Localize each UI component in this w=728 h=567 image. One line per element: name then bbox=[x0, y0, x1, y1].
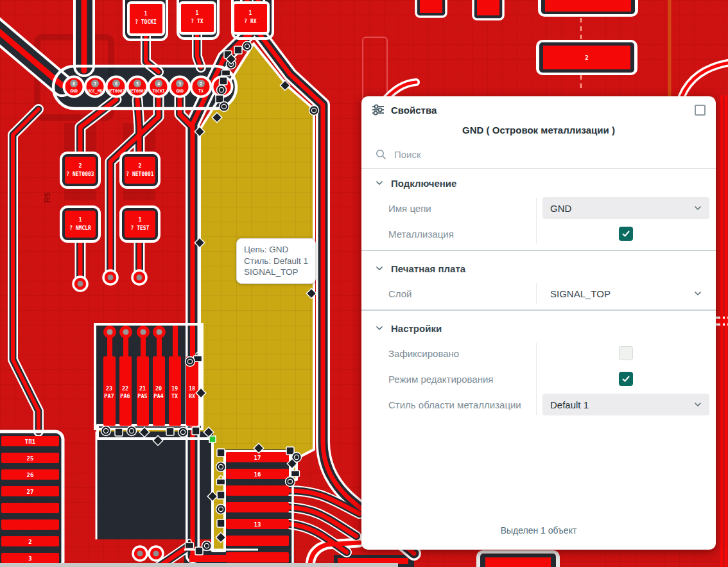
net-name-label: Имя цепи bbox=[361, 203, 536, 214]
svg-text:16: 16 bbox=[254, 471, 261, 478]
panel-header: Свойства bbox=[361, 96, 716, 123]
row-net-name: Имя цепи GND bbox=[361, 195, 716, 221]
svg-text:? NET0003: ? NET0003 bbox=[66, 171, 94, 177]
top-pads[interactable]: 1 ? TOCKI 1 ? TX 1 ? RX bbox=[128, 3, 268, 35]
svg-text:TX: TX bbox=[171, 393, 178, 399]
row-pour-style: Стиль области металлизации Default 1 bbox=[361, 392, 716, 417]
chevron-down-icon bbox=[374, 323, 385, 333]
window-edge-strip bbox=[0, 563, 398, 567]
svg-text:7: 7 bbox=[94, 82, 96, 87]
svg-text:19: 19 bbox=[171, 385, 178, 392]
svg-text:ТП1: ТП1 bbox=[25, 439, 35, 445]
svg-text:25: 25 bbox=[27, 455, 34, 462]
fixed-label: Зафиксировано bbox=[361, 348, 536, 359]
chevron-down-icon bbox=[693, 203, 703, 213]
row-edit-mode: Режим редактирования bbox=[361, 366, 716, 392]
svg-text:6: 6 bbox=[115, 82, 117, 87]
svg-text:5: 5 bbox=[136, 82, 139, 87]
svg-text:2: 2 bbox=[585, 55, 588, 61]
row-fixed: Зафиксировано bbox=[361, 340, 716, 366]
svg-text:8: 8 bbox=[73, 82, 75, 87]
svg-text:GND: GND bbox=[176, 89, 184, 94]
svg-text:22: 22 bbox=[122, 385, 128, 392]
svg-text:PA7: PA7 bbox=[104, 393, 114, 399]
svg-text:27: 27 bbox=[27, 489, 34, 495]
selection-status: Выделен 1 объект bbox=[361, 525, 716, 550]
svg-text:? RX: ? RX bbox=[244, 19, 256, 24]
svg-text:UCC_MK: UCC_MK bbox=[87, 89, 103, 94]
svg-text:? NMCLR: ? NMCLR bbox=[69, 225, 91, 231]
tooltip-layer: SIGNAL_TOP bbox=[244, 266, 308, 278]
metallization-label: Металлизация bbox=[361, 229, 536, 240]
row-layer: Слой SIGNAL_TOP bbox=[361, 281, 716, 306]
svg-text:PA5: PA5 bbox=[137, 393, 147, 399]
svg-text:18: 18 bbox=[189, 385, 195, 392]
svg-text:1: 1 bbox=[144, 11, 148, 17]
divider bbox=[361, 310, 716, 311]
svg-text:3: 3 bbox=[178, 82, 181, 87]
svg-text:1: 1 bbox=[196, 10, 199, 16]
metallization-checkbox[interactable] bbox=[619, 227, 633, 241]
svg-text:2: 2 bbox=[138, 162, 141, 169]
selected-object-title: GND ( Островок металлизации ) bbox=[361, 123, 716, 140]
fixed-checkbox[interactable] bbox=[619, 346, 633, 360]
svg-text:1: 1 bbox=[249, 10, 252, 16]
svg-text:2: 2 bbox=[200, 82, 202, 87]
chevron-down-icon bbox=[693, 288, 703, 299]
section-connection-rows: Имя цепи GND Металлизация bbox=[361, 195, 716, 247]
svg-text:TOCKI: TOCKI bbox=[152, 89, 165, 94]
bottom-right-pad[interactable] bbox=[476, 550, 560, 567]
silkscreen-r5: R5 bbox=[42, 192, 52, 203]
dock-toggle-button[interactable] bbox=[695, 105, 706, 116]
chevron-down-icon bbox=[374, 178, 385, 188]
svg-text:? NET0001: ? NET0001 bbox=[126, 171, 154, 177]
tooltip-style: Стиль: Default 1 bbox=[244, 256, 308, 267]
chevron-down-icon bbox=[374, 263, 385, 274]
search-icon bbox=[376, 149, 386, 160]
section-connection[interactable]: Подключение bbox=[361, 171, 716, 195]
net-name-select[interactable]: GND bbox=[542, 197, 709, 219]
divider bbox=[361, 168, 716, 169]
svg-text:? TX: ? TX bbox=[191, 19, 203, 24]
properties-panel: Свойства GND ( Островок металлизации ) П… bbox=[361, 96, 716, 550]
sliders-icon bbox=[372, 103, 385, 116]
svg-text:PA6: PA6 bbox=[120, 393, 130, 399]
edit-mode-label: Режим редактирования bbox=[361, 374, 536, 385]
pcb-editor-window: R5 R4 bbox=[0, 0, 728, 567]
section-board-rows: Слой SIGNAL_TOP bbox=[361, 281, 716, 306]
layer-select[interactable]: SIGNAL_TOP bbox=[542, 283, 709, 304]
svg-text:21: 21 bbox=[139, 385, 146, 392]
pour-origin-handle bbox=[209, 436, 216, 442]
pour-style-select[interactable]: Default 1 bbox=[542, 394, 709, 415]
svg-text:20: 20 bbox=[155, 385, 162, 392]
svg-text:3: 3 bbox=[28, 555, 31, 562]
chevron-down-icon bbox=[693, 399, 703, 410]
svg-text:26: 26 bbox=[27, 472, 34, 478]
section-board[interactable]: Печатная плата bbox=[361, 256, 716, 281]
svg-text:? TEST: ? TEST bbox=[131, 225, 150, 231]
divider bbox=[361, 250, 716, 251]
svg-text:13: 13 bbox=[254, 521, 261, 528]
search-field[interactable]: Поиск bbox=[361, 140, 716, 168]
svg-text:4: 4 bbox=[157, 82, 160, 87]
svg-text:PA4: PA4 bbox=[153, 393, 163, 399]
search-placeholder: Поиск bbox=[394, 149, 421, 160]
check-icon bbox=[621, 229, 630, 238]
edit-mode-checkbox[interactable] bbox=[619, 372, 633, 386]
check-icon bbox=[621, 374, 630, 383]
svg-text:NET0001: NET0001 bbox=[128, 89, 146, 94]
svg-text:RX: RX bbox=[189, 393, 195, 399]
svg-text:GND: GND bbox=[70, 89, 78, 94]
svg-text:2: 2 bbox=[78, 162, 82, 169]
section-settings[interactable]: Настройки bbox=[361, 316, 716, 340]
svg-text:NET0003: NET0003 bbox=[107, 89, 125, 94]
panel-title: Свойства bbox=[391, 105, 437, 116]
svg-text:TX: TX bbox=[198, 89, 204, 94]
svg-text:2: 2 bbox=[28, 539, 31, 545]
section-settings-rows: Зафиксировано Режим редактирования Стиль… bbox=[361, 340, 716, 417]
svg-text:1: 1 bbox=[138, 216, 141, 223]
canvas-tooltip: Цепь: GND Стиль: Default 1 SIGNAL_TOP bbox=[236, 238, 316, 284]
pour-style-label: Стиль области металлизации bbox=[361, 399, 536, 410]
row-metallization: Металлизация bbox=[361, 221, 716, 247]
tooltip-net: Цепь: GND bbox=[244, 244, 308, 256]
